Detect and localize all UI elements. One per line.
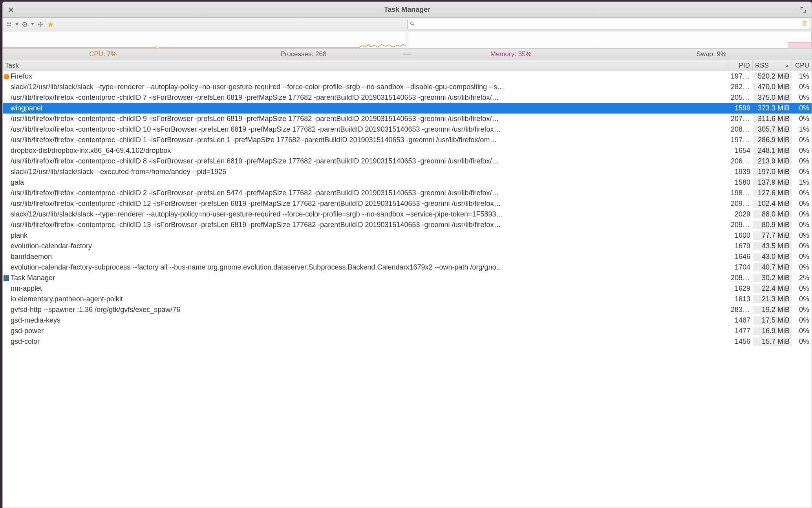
process-row[interactable]: plank160077.7 MiB0% — [3, 230, 812, 241]
process-cpu: 0% — [792, 221, 812, 229]
titlebar[interactable]: Task Manager — [3, 2, 812, 18]
process-pid: 20968 — [728, 200, 753, 208]
process-pid: 20754 — [728, 115, 753, 123]
process-name: evolution-calendar-factory — [11, 242, 92, 250]
process-task-cell: gsd-color — [3, 337, 728, 346]
process-cpu: 0% — [792, 327, 812, 335]
blank-icon — [4, 265, 9, 270]
process-task-cell: /usr/lib/firefox/firefox -contentproc -c… — [3, 125, 728, 134]
column-header-pid[interactable]: PID — [728, 60, 753, 71]
blank-icon — [4, 244, 9, 249]
divider-grip[interactable] — [404, 49, 411, 60]
process-row[interactable]: /usr/lib/firefox/firefox -contentproc -c… — [3, 92, 812, 103]
process-rss: 19.2 MiB — [753, 306, 792, 314]
dropdown-arrow-icon[interactable] — [30, 20, 35, 29]
process-cpu: 0% — [792, 157, 812, 165]
process-row[interactable]: nm-applet162922.4 MiB0% — [3, 283, 812, 294]
process-rss: 80.9 MiB — [753, 221, 792, 229]
svg-point-5 — [24, 24, 26, 25]
process-task-cell: bamfdaemon — [3, 253, 728, 261]
process-row[interactable]: /usr/lib/firefox/firefox -contentproc -c… — [3, 220, 812, 230]
process-row[interactable]: gsd-power147716.9 MiB0% — [3, 326, 812, 336]
process-rss: 17.5 MiB — [753, 316, 792, 325]
process-row[interactable]: io.elementary.pantheon-agent-polkit16132… — [3, 294, 812, 304]
process-rss: 213.9 MiB — [753, 157, 792, 165]
blank-icon — [4, 328, 9, 334]
process-name: bamfdaemon — [11, 253, 52, 261]
process-table-body[interactable]: Firefox19710520.2 MiB1%slack/12/usr/lib/… — [3, 71, 812, 508]
process-row[interactable]: /usr/lib/firefox/firefox -contentproc -c… — [3, 198, 812, 209]
process-cpu: 0% — [792, 316, 812, 325]
process-row[interactable]: /usr/lib/firefox/firefox -contentproc -c… — [3, 124, 812, 135]
move-icon[interactable] — [36, 20, 45, 29]
process-row[interactable]: Task Manager2087430.2 MiB2% — [3, 273, 812, 283]
blank-icon — [4, 222, 9, 228]
process-row[interactable]: /usr/lib/firefox/firefox -contentproc -c… — [3, 156, 812, 167]
blank-icon — [4, 148, 9, 154]
filter-icon[interactable] — [20, 20, 29, 29]
clear-search-icon[interactable] — [802, 20, 807, 28]
column-header-task-label: Task — [5, 62, 19, 70]
process-task-cell: gsd-power — [3, 327, 728, 335]
process-task-cell: slack/12/usr/lib/slack/slack --executed-… — [3, 168, 728, 176]
column-header-task[interactable]: Task — [3, 60, 728, 71]
process-cpu: 0% — [792, 168, 812, 176]
memory-graph-panel[interactable] — [408, 31, 812, 48]
process-row[interactable]: bamfdaemon164643.0 MiB0% — [3, 251, 812, 262]
process-row[interactable]: gsd-media-keys148717.5 MiB0% — [3, 315, 812, 326]
process-task-cell: io.elementary.pantheon-agent-polkit — [3, 295, 728, 303]
process-row[interactable]: slack/12/usr/lib/slack/slack --type=rend… — [3, 209, 812, 220]
window-title: Task Manager — [3, 6, 812, 14]
blank-icon — [4, 318, 9, 323]
process-task-cell: wingpanel — [3, 104, 728, 112]
star-icon[interactable] — [46, 20, 55, 29]
process-row[interactable]: /usr/lib/firefox/firefox -contentproc -c… — [3, 188, 812, 198]
blank-icon — [4, 127, 9, 132]
process-name: slack/12/usr/lib/slack/slack --type=rend… — [11, 83, 504, 91]
column-header-cpu[interactable]: CPU — [792, 60, 812, 71]
process-row[interactable]: /usr/lib/firefox/firefox -contentproc -c… — [3, 114, 812, 124]
column-header-rss[interactable]: RSS ▲ — [753, 60, 792, 71]
column-header-cpu-label: CPU — [795, 62, 809, 70]
process-row[interactable]: evolution-calendar-factory167943.5 MiB0% — [3, 241, 812, 251]
process-row[interactable]: gala1580137.9 MiB1% — [3, 177, 812, 188]
toolbar — [3, 18, 812, 31]
process-rss: 102.4 MiB — [753, 200, 792, 208]
process-row[interactable]: evolution-calendar-factory-subprocess --… — [3, 262, 812, 273]
process-row[interactable]: gsd-color145615.7 MiB0% — [3, 336, 812, 347]
cpu-graph-panel[interactable] — [3, 31, 406, 48]
process-cpu: 0% — [792, 231, 812, 240]
process-row[interactable]: gvfsd-http --spawner :1.36 /org/gtk/gvfs… — [3, 304, 812, 315]
svg-point-6 — [411, 22, 413, 25]
process-task-cell: plank — [3, 231, 728, 240]
svg-point-0 — [7, 22, 9, 24]
cpu-sparkline — [3, 31, 406, 48]
process-cpu: 1% — [792, 125, 812, 134]
process-row[interactable]: slack/12/usr/lib/slack/slack --type=rend… — [3, 82, 812, 92]
process-row[interactable]: slack/12/usr/lib/slack/slack --executed-… — [3, 167, 812, 177]
stat-cpu: CPU: 7% — [3, 49, 203, 60]
process-rss: 520.2 MiB — [753, 72, 792, 81]
view-mode-icon[interactable] — [4, 20, 14, 29]
process-rss: 88.0 MiB — [753, 210, 792, 218]
process-row[interactable]: dropbox-dist/dropbox-lnx.x86_64-69.4.102… — [3, 145, 812, 156]
process-name: /usr/lib/firefox/firefox -contentproc -c… — [11, 200, 501, 208]
process-task-cell: gvfsd-http --spawner :1.36 /org/gtk/gvfs… — [3, 306, 728, 314]
process-row[interactable]: wingpanel1599373.3 MiB0% — [3, 103, 812, 114]
process-pid: 1477 — [728, 327, 753, 335]
dropdown-arrow-icon[interactable] — [15, 20, 19, 29]
search-input[interactable] — [417, 21, 799, 28]
process-task-cell: dropbox-dist/dropbox-lnx.x86_64-69.4.102… — [3, 147, 728, 155]
process-name: gsd-power — [11, 327, 44, 335]
blank-icon — [4, 254, 9, 260]
blank-icon — [4, 286, 9, 292]
process-row[interactable]: Firefox19710520.2 MiB1% — [3, 71, 812, 82]
process-rss: 40.7 MiB — [753, 263, 792, 271]
process-name: nm-applet — [11, 284, 42, 293]
process-cpu: 0% — [792, 115, 812, 123]
process-cpu: 0% — [792, 253, 812, 261]
process-task-cell: evolution-calendar-factory — [3, 242, 728, 250]
process-row[interactable]: /usr/lib/firefox/firefox -contentproc -c… — [3, 135, 812, 145]
search-field-wrapper — [407, 19, 810, 30]
process-pid: 28315 — [728, 306, 753, 314]
